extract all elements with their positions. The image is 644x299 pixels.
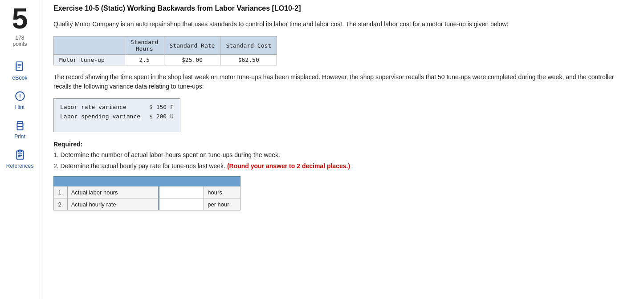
- col-standard-hours: StandardHours: [125, 36, 164, 55]
- answer-row-1: 1. Actual labor hours hours: [54, 186, 240, 198]
- svg-point-9: [22, 125, 23, 125]
- req2-text: 2. Determine the actual hourly pay rate …: [53, 162, 225, 170]
- row-rate: $25.00: [164, 55, 220, 65]
- answer-header-row: [54, 177, 240, 186]
- col-standard-cost: Standard Cost: [220, 36, 277, 55]
- req1-text: 1. Determine the number of actual labor-…: [53, 151, 280, 158]
- clipboard-icon: [14, 149, 26, 161]
- requirement-1: 1. Determine the number of actual labor-…: [53, 150, 631, 160]
- sidebar-item-ebook[interactable]: eBook: [0, 56, 40, 85]
- variance-row-1: Labor rate variance $ 150 F: [56, 102, 178, 112]
- points-text: points: [12, 41, 27, 47]
- row-num-2: 2.: [54, 198, 68, 210]
- row-unit-per-hour: per hour: [204, 198, 240, 210]
- printer-icon: [14, 119, 26, 132]
- col-empty-header: [54, 36, 125, 55]
- variance-box: Labor rate variance $ 150 F Labor spendi…: [53, 98, 180, 132]
- required-label: Required:: [53, 141, 631, 148]
- intro-text: Quality Motor Company is an auto repair …: [53, 20, 631, 29]
- requirement-2: 2. Determine the actual hourly pay rate …: [53, 162, 631, 171]
- col-standard-rate: Standard Rate: [164, 36, 220, 55]
- svg-rect-8: [17, 126, 23, 130]
- sidebar-item-print[interactable]: Print: [0, 115, 40, 144]
- variance-label-1: Labor rate variance: [56, 102, 145, 112]
- row-unit-hours: hours: [204, 186, 240, 198]
- variance-value-2: $ 200 U: [145, 112, 178, 121]
- page-number: 5: [12, 4, 28, 33]
- main-content: Exercise 10-5 (Static) Working Backwards…: [40, 0, 644, 299]
- hint-label: Hint: [15, 104, 24, 110]
- row-hours: 2.5: [125, 55, 164, 65]
- svg-rect-0: [16, 62, 22, 71]
- variance-row-2: Labor spending variance $ 200 U: [56, 112, 178, 121]
- hint-icon: [14, 90, 26, 102]
- row-label-tuneup: Motor tune-up: [54, 55, 125, 65]
- sidebar-item-references[interactable]: References: [0, 144, 40, 174]
- references-label: References: [6, 163, 33, 169]
- book-icon: [14, 61, 26, 73]
- variance-value-1: $ 150 F: [145, 102, 178, 112]
- row-input-hourly-rate[interactable]: [159, 198, 204, 210]
- standard-cost-table: StandardHours Standard Rate Standard Cos…: [53, 36, 277, 65]
- ebook-label: eBook: [12, 75, 27, 81]
- input-hourly-rate[interactable]: [159, 198, 204, 210]
- row-label-hourly-rate: Actual hourly rate: [67, 198, 158, 210]
- svg-point-7: [20, 97, 20, 98]
- sidebar: 5 178 points eBook Hint: [0, 0, 40, 299]
- points-value: 178: [15, 35, 24, 41]
- input-labor-hours[interactable]: [159, 186, 204, 198]
- round-note: (Round your answer to 2 decimal places.): [227, 162, 350, 170]
- row-label-labor-hours: Actual labor hours: [67, 186, 158, 198]
- answer-header-cell: [54, 177, 240, 186]
- print-label: Print: [14, 133, 25, 140]
- table-row: Motor tune-up 2.5 $25.00 $62.50: [54, 55, 277, 65]
- answer-table: 1. Actual labor hours hours 2. Actual ho…: [53, 176, 240, 210]
- variance-label-2: Labor spending variance: [56, 112, 145, 121]
- row-cost: $62.50: [220, 55, 277, 65]
- row-num-1: 1.: [54, 186, 68, 198]
- points-label: 178 points: [12, 35, 27, 47]
- para2-text: The record showing the time spent in the…: [53, 73, 631, 91]
- sidebar-item-hint[interactable]: Hint: [0, 85, 40, 115]
- answer-row-2: 2. Actual hourly rate per hour: [54, 198, 240, 210]
- svg-rect-1: [16, 63, 16, 69]
- variance-table: Labor rate variance $ 150 F Labor spendi…: [56, 102, 178, 121]
- row-input-labor-hours[interactable]: [159, 186, 204, 198]
- exercise-title: Exercise 10-5 (Static) Working Backwards…: [53, 4, 631, 12]
